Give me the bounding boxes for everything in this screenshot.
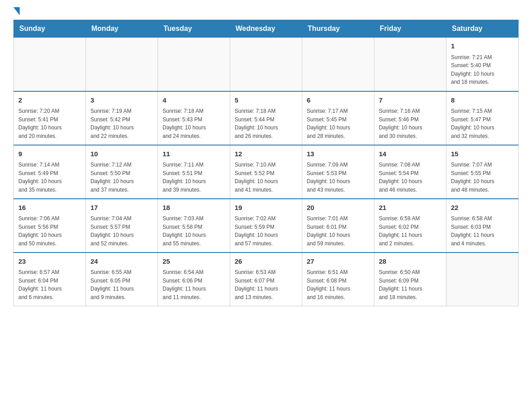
day-number: 15 (451, 149, 514, 159)
calendar-day-cell: 27Sunrise: 6:51 AMSunset: 6:08 PMDayligh… (302, 253, 374, 306)
calendar-day-cell: 25Sunrise: 6:54 AMSunset: 6:06 PMDayligh… (158, 253, 230, 306)
day-number: 9 (18, 149, 81, 159)
calendar-day-cell (158, 38, 230, 91)
day-info: Sunrise: 7:14 AMSunset: 5:49 PMDaylight:… (18, 161, 81, 194)
calendar-day-cell: 19Sunrise: 7:02 AMSunset: 5:59 PMDayligh… (230, 199, 302, 253)
day-info: Sunrise: 7:16 AMSunset: 5:46 PMDaylight:… (379, 107, 442, 140)
calendar-day-cell (86, 38, 158, 91)
day-of-week-header: Friday (374, 20, 446, 38)
day-number: 20 (307, 203, 369, 213)
calendar-day-cell: 7Sunrise: 7:16 AMSunset: 5:46 PMDaylight… (374, 91, 446, 145)
logo-triangle-icon (13, 7, 20, 15)
day-info: Sunrise: 7:11 AMSunset: 5:51 PMDaylight:… (163, 161, 225, 194)
day-info: Sunrise: 7:18 AMSunset: 5:43 PMDaylight:… (163, 107, 225, 140)
day-number: 7 (379, 95, 442, 106)
day-number: 19 (235, 203, 297, 213)
day-of-week-header: Saturday (446, 20, 519, 38)
logo (13, 9, 20, 15)
calendar-day-cell: 18Sunrise: 7:03 AMSunset: 5:58 PMDayligh… (158, 199, 230, 253)
calendar-table: SundayMondayTuesdayWednesdayThursdayFrid… (13, 20, 519, 306)
day-number: 16 (18, 203, 81, 213)
day-number: 14 (379, 149, 442, 159)
calendar-week-row: 23Sunrise: 6:57 AMSunset: 6:04 PMDayligh… (14, 253, 519, 306)
day-number: 21 (379, 203, 442, 213)
day-number: 6 (307, 95, 369, 106)
day-info: Sunrise: 7:01 AMSunset: 6:01 PMDaylight:… (307, 214, 369, 248)
page-header (13, 9, 519, 15)
calendar-day-cell: 1Sunrise: 7:21 AMSunset: 5:40 PMDaylight… (446, 38, 519, 91)
calendar-day-cell: 6Sunrise: 7:17 AMSunset: 5:45 PMDaylight… (302, 91, 374, 145)
day-info: Sunrise: 6:54 AMSunset: 6:06 PMDaylight:… (163, 268, 225, 301)
day-info: Sunrise: 7:02 AMSunset: 5:59 PMDaylight:… (235, 214, 297, 248)
day-number: 22 (451, 203, 514, 213)
day-number: 1 (451, 41, 514, 51)
day-of-week-header: Sunday (14, 20, 86, 38)
day-info: Sunrise: 6:57 AMSunset: 6:04 PMDaylight:… (18, 268, 81, 301)
calendar-week-row: 1Sunrise: 7:21 AMSunset: 5:40 PMDaylight… (14, 38, 519, 91)
day-info: Sunrise: 7:10 AMSunset: 5:52 PMDaylight:… (235, 161, 297, 194)
calendar-day-cell: 21Sunrise: 6:59 AMSunset: 6:02 PMDayligh… (374, 199, 446, 253)
day-of-week-header: Thursday (302, 20, 374, 38)
calendar-day-cell: 16Sunrise: 7:06 AMSunset: 5:56 PMDayligh… (14, 199, 86, 253)
day-info: Sunrise: 6:50 AMSunset: 6:09 PMDaylight:… (379, 268, 442, 301)
day-info: Sunrise: 7:03 AMSunset: 5:58 PMDaylight:… (163, 214, 225, 248)
calendar-week-row: 16Sunrise: 7:06 AMSunset: 5:56 PMDayligh… (14, 199, 519, 253)
day-number: 11 (163, 149, 225, 159)
calendar-day-cell: 12Sunrise: 7:10 AMSunset: 5:52 PMDayligh… (230, 145, 302, 199)
calendar-day-cell: 5Sunrise: 7:18 AMSunset: 5:44 PMDaylight… (230, 91, 302, 145)
calendar-day-cell: 11Sunrise: 7:11 AMSunset: 5:51 PMDayligh… (158, 145, 230, 199)
day-info: Sunrise: 7:08 AMSunset: 5:54 PMDaylight:… (379, 161, 442, 194)
day-number: 4 (163, 95, 225, 106)
calendar-day-cell (230, 38, 302, 91)
calendar-day-cell: 8Sunrise: 7:15 AMSunset: 5:47 PMDaylight… (446, 91, 519, 145)
calendar-day-cell: 26Sunrise: 6:53 AMSunset: 6:07 PMDayligh… (230, 253, 302, 306)
day-info: Sunrise: 7:04 AMSunset: 5:57 PMDaylight:… (90, 214, 153, 248)
day-info: Sunrise: 7:07 AMSunset: 5:55 PMDaylight:… (451, 161, 514, 194)
day-number: 12 (235, 149, 297, 159)
day-number: 2 (18, 95, 81, 106)
day-info: Sunrise: 6:51 AMSunset: 6:08 PMDaylight:… (307, 268, 369, 301)
calendar-day-cell: 22Sunrise: 6:58 AMSunset: 6:03 PMDayligh… (446, 199, 519, 253)
calendar-header-row: SundayMondayTuesdayWednesdayThursdayFrid… (14, 20, 519, 38)
calendar-day-cell: 15Sunrise: 7:07 AMSunset: 5:55 PMDayligh… (446, 145, 519, 199)
day-info: Sunrise: 6:55 AMSunset: 6:05 PMDaylight:… (90, 268, 153, 301)
calendar-day-cell: 13Sunrise: 7:09 AMSunset: 5:53 PMDayligh… (302, 145, 374, 199)
calendar-week-row: 2Sunrise: 7:20 AMSunset: 5:41 PMDaylight… (14, 91, 519, 145)
calendar-day-cell: 9Sunrise: 7:14 AMSunset: 5:49 PMDaylight… (14, 145, 86, 199)
day-info: Sunrise: 7:20 AMSunset: 5:41 PMDaylight:… (18, 107, 81, 140)
day-number: 24 (90, 257, 153, 267)
day-number: 13 (307, 149, 369, 159)
calendar-day-cell: 28Sunrise: 6:50 AMSunset: 6:09 PMDayligh… (374, 253, 446, 306)
day-number: 8 (451, 95, 514, 106)
calendar-day-cell: 2Sunrise: 7:20 AMSunset: 5:41 PMDaylight… (14, 91, 86, 145)
calendar-week-row: 9Sunrise: 7:14 AMSunset: 5:49 PMDaylight… (14, 145, 519, 199)
calendar-day-cell: 4Sunrise: 7:18 AMSunset: 5:43 PMDaylight… (158, 91, 230, 145)
calendar-day-cell: 17Sunrise: 7:04 AMSunset: 5:57 PMDayligh… (86, 199, 158, 253)
day-of-week-header: Monday (86, 20, 158, 38)
calendar-day-cell (446, 253, 519, 306)
calendar-day-cell: 24Sunrise: 6:55 AMSunset: 6:05 PMDayligh… (86, 253, 158, 306)
calendar-day-cell (302, 38, 374, 91)
day-number: 23 (18, 257, 81, 267)
day-number: 25 (163, 257, 225, 267)
day-info: Sunrise: 7:21 AMSunset: 5:40 PMDaylight:… (451, 53, 514, 86)
day-info: Sunrise: 7:09 AMSunset: 5:53 PMDaylight:… (307, 161, 369, 194)
day-number: 10 (90, 149, 153, 159)
day-info: Sunrise: 7:15 AMSunset: 5:47 PMDaylight:… (451, 107, 514, 140)
calendar-day-cell: 20Sunrise: 7:01 AMSunset: 6:01 PMDayligh… (302, 199, 374, 253)
day-of-week-header: Tuesday (158, 20, 230, 38)
day-info: Sunrise: 7:06 AMSunset: 5:56 PMDaylight:… (18, 214, 81, 248)
calendar-day-cell: 23Sunrise: 6:57 AMSunset: 6:04 PMDayligh… (14, 253, 86, 306)
calendar-day-cell: 14Sunrise: 7:08 AMSunset: 5:54 PMDayligh… (374, 145, 446, 199)
day-number: 5 (235, 95, 297, 106)
calendar-day-cell: 3Sunrise: 7:19 AMSunset: 5:42 PMDaylight… (86, 91, 158, 145)
day-info: Sunrise: 7:19 AMSunset: 5:42 PMDaylight:… (90, 107, 153, 140)
day-info: Sunrise: 7:17 AMSunset: 5:45 PMDaylight:… (307, 107, 369, 140)
calendar-day-cell (374, 38, 446, 91)
day-info: Sunrise: 7:18 AMSunset: 5:44 PMDaylight:… (235, 107, 297, 140)
day-number: 17 (90, 203, 153, 213)
day-number: 18 (163, 203, 225, 213)
day-info: Sunrise: 7:12 AMSunset: 5:50 PMDaylight:… (90, 161, 153, 194)
day-number: 26 (235, 257, 297, 267)
day-of-week-header: Wednesday (230, 20, 302, 38)
